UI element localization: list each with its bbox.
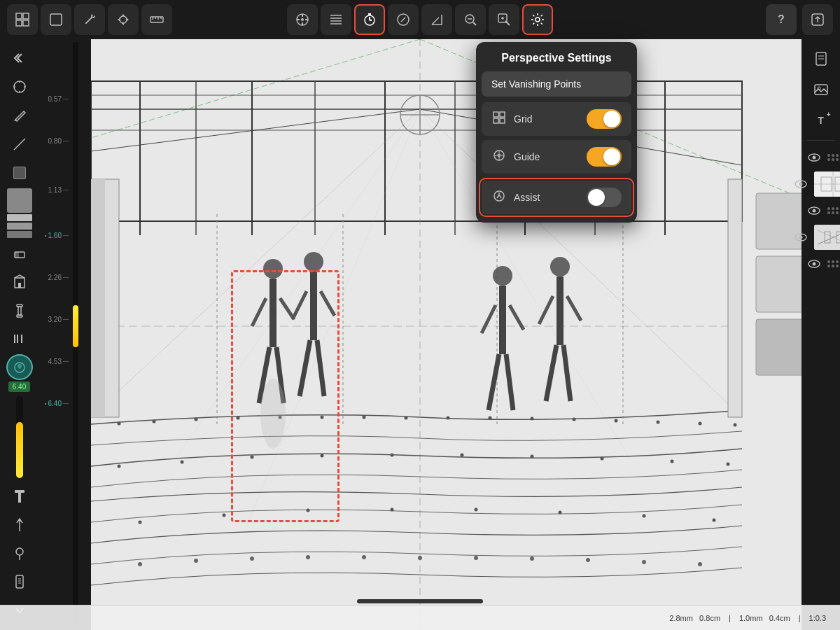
ruler-mark-160: 1.60 [45,232,69,239]
svg-rect-2 [16,20,22,26]
share-button[interactable] [802,4,833,35]
text-button[interactable]: T+ [807,106,835,134]
svg-rect-4 [50,14,62,25]
guide-toggle[interactable] [587,147,622,167]
transform-button[interactable] [108,4,139,35]
svg-point-81 [734,424,737,427]
svg-rect-1 [23,13,29,19]
grid-toggle[interactable] [587,109,622,129]
column-button[interactable] [6,297,34,324]
svg-point-80 [699,422,702,426]
scale-value: 6.40 [8,382,30,392]
ruler-mark-113: 1.13 [48,186,69,194]
grid-toggle-thumb [603,111,620,127]
dot-tool-button[interactable] [6,160,34,187]
svg-rect-154 [15,252,19,258]
tool9-button[interactable] [6,540,34,567]
svg-point-96 [475,508,478,512]
svg-point-136 [194,559,198,563]
gear-settings-button[interactable] [522,4,553,35]
svg-rect-199 [493,118,498,123]
svg-rect-197 [493,112,498,117]
gray-swatches [7,214,32,238]
eraser-button[interactable] [6,239,34,267]
collapse-button[interactable] [6,45,34,72]
layer-4-row [790,225,841,250]
scale-info: 2.8mm 0.8cm | 1.0mm 0.4cm | 1:0.3 [669,614,826,622]
svg-point-71 [321,416,324,419]
svg-point-139 [362,555,366,559]
swatch-light[interactable] [7,214,32,221]
svg-rect-156 [18,283,21,288]
layer2-visibility-button[interactable] [790,173,812,195]
top-toolbar: ? [0,0,840,39]
scroll-bar[interactable] [38,598,802,605]
zoom-in-button[interactable] [489,4,519,35]
pages-button[interactable] [807,45,835,73]
images-button[interactable] [807,76,835,104]
svg-point-178 [813,156,816,160]
svg-line-27 [401,18,405,22]
assist-toggle[interactable] [587,188,622,207]
svg-point-92 [139,521,142,524]
scale-item-2: 1.0mm 0.4cm [739,614,790,622]
tool7-button[interactable] [6,482,34,510]
layer5-visibility-button[interactable] [803,253,825,275]
svg-point-97 [559,511,562,514]
tool10-button[interactable] [6,568,34,596]
tool8-button[interactable] [6,511,34,538]
canvas-area[interactable] [0,39,840,630]
svg-point-85 [321,454,324,458]
ruler-mark-453: 4.53 [48,358,69,365]
svg-point-76 [531,417,534,421]
svg-point-113 [304,252,323,272]
angle-button[interactable] [421,4,452,35]
slider-thumb[interactable] [73,305,78,347]
svg-line-30 [473,22,476,25]
svg-rect-3 [23,20,29,26]
help-button[interactable]: ? [766,4,797,35]
hatch-button[interactable] [321,4,351,35]
slider-track[interactable] [73,42,78,627]
svg-point-107 [263,259,283,279]
swatch-mid[interactable] [7,223,32,230]
layer1-visibility-button[interactable] [803,146,825,169]
swatch-dark[interactable] [7,231,32,238]
ruler-area: 0.57 0.80 1.13 1.60 2.26 3.20 4.53 6.40 [38,39,91,630]
circle-tool-button[interactable] [6,74,34,101]
svg-point-68 [195,418,198,421]
wrench-button[interactable] [74,4,105,35]
svg-rect-200 [500,118,505,123]
scroll-thumb[interactable] [357,599,483,603]
color-swatch-dark[interactable] [7,188,32,213]
brush-size-slider[interactable] [16,396,23,478]
trim-button[interactable] [6,326,34,353]
ruler-button[interactable] [141,4,172,35]
ruler-mark-057: 0.57 [48,95,69,103]
move-tool-button[interactable] [287,4,318,35]
svg-point-66 [118,422,121,426]
vanishing-points-button[interactable]: Set Vanishing Points [482,71,631,97]
svg-rect-0 [16,13,22,19]
building-button[interactable] [6,268,34,295]
svg-point-206 [498,192,500,194]
timer-button[interactable] [354,4,385,35]
bottom-bar: 2.8mm 0.8cm | 1.0mm 0.4cm | 1:0.3 [0,605,840,630]
scale-divider-1: | [729,614,731,622]
pencil-button[interactable] [388,4,419,35]
grid-tool-button[interactable] [7,4,38,35]
assist-toggle-thumb [588,189,605,206]
object-tool-button[interactable] [6,354,33,380]
layer-3-row [803,200,839,222]
layer-2-row [790,172,841,197]
selection-button[interactable] [41,4,71,35]
assist-label: Assist [514,192,540,203]
ruler-mark-226: 2.26 [48,274,69,281]
zoom-out-button[interactable] [455,4,486,35]
pencil-tool-button[interactable] [6,102,34,130]
svg-point-69 [237,416,240,420]
layer3-visibility-button[interactable] [803,200,825,222]
svg-rect-198 [500,112,505,117]
line-tool-button[interactable] [6,131,34,158]
layer4-visibility-button[interactable] [790,226,812,248]
